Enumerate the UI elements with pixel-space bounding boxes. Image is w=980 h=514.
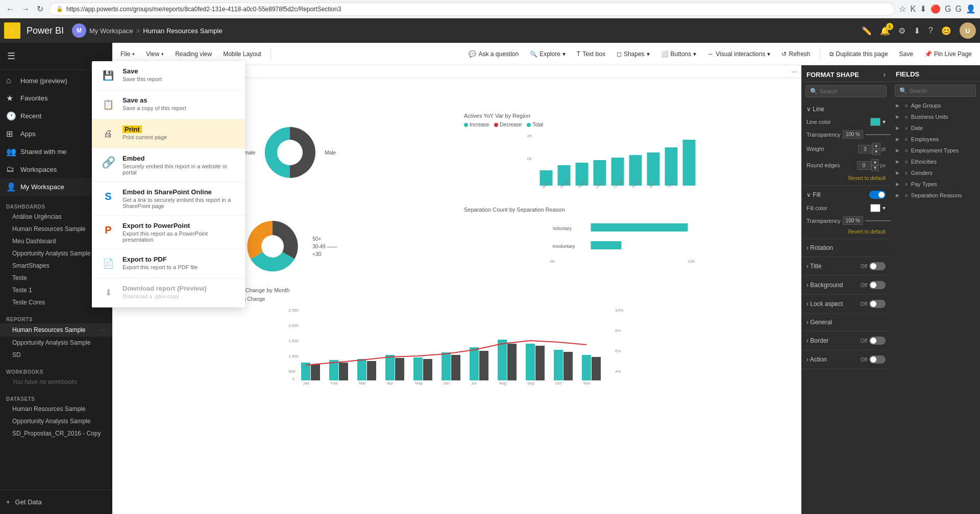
edit-icon[interactable]: ✏️ [862,26,872,36]
report-human-resources[interactable]: Human Resources Sample ··· [0,323,112,337]
fill-transparency-control[interactable]: 100 % [843,216,891,225]
fields-item-date[interactable]: ▶ ≡ Date [891,122,980,134]
notification-icon[interactable]: 🔔 1 [880,26,890,36]
format-search-input[interactable] [820,88,882,94]
ext2-icon[interactable]: G [945,5,951,14]
sidebar-menu-button[interactable]: ☰ [2,47,20,65]
download-icon[interactable]: ⬇ [914,26,920,36]
file-menu-saveas[interactable]: 📋 Save as Save a copy of this report [92,90,245,119]
buttons-button[interactable]: ⬜ Buttons ▾ [657,48,701,60]
ext3-icon[interactable]: G [955,5,962,14]
file-menu-save[interactable]: 💾 Save Save this report [92,61,245,90]
weight-input[interactable] [858,145,872,153]
format-border-header[interactable]: › Border Off [801,333,891,348]
weight-down[interactable]: ▼ [872,149,880,155]
dataset-human-resources[interactable]: Human Resources Sample [0,403,112,415]
line-color-swatch[interactable] [870,118,880,126]
explore-button[interactable]: 🔍 Explore ▾ [526,48,570,60]
file-menu-export-pdf[interactable]: 📄 Export to PDF Export this report to a … [92,249,245,278]
format-action-header[interactable]: › Action Off [801,352,891,367]
user-avatar[interactable]: U [960,22,976,39]
k-icon[interactable]: K [910,5,916,14]
file-menu-embed-sp[interactable]: S Embed in SharePoint Online Get a link … [92,182,245,216]
refresh-button[interactable]: ↺ Refresh [777,48,814,60]
round-up[interactable]: ▲ [871,159,879,165]
ext4-icon[interactable]: 👤 [966,4,976,14]
fill-color-arrow[interactable]: ▾ [883,204,886,212]
fields-search[interactable]: 🔍 [895,85,976,97]
reload-button[interactable]: ↻ [35,3,45,15]
view-button[interactable]: View ▾ [142,48,168,60]
format-panel-arrow[interactable]: › [883,70,886,79]
canvas-dots-button[interactable]: ··· [791,67,797,75]
fields-search-input[interactable] [909,88,971,94]
fields-item-employees[interactable]: ▶ ≡ Employees [891,134,980,145]
workspace-label[interactable]: My Workspace [89,27,133,35]
ask-question-button[interactable]: 💬 Ask a question [464,48,523,60]
file-menu-export-ppt[interactable]: P Export to PowerPoint Export this repor… [92,216,245,249]
border-toggle[interactable] [869,337,886,345]
pin-live-button[interactable]: 📌 Pin Live Page [920,48,976,60]
transparency-slider[interactable] [865,134,891,135]
format-search[interactable]: 🔍 [805,85,887,97]
format-bg-header[interactable]: › Background Off [801,278,891,292]
fill-color-swatch[interactable] [870,204,880,212]
round-down[interactable]: ▼ [871,165,879,171]
fill-revert[interactable]: Revert to default [801,227,891,237]
reading-view-button[interactable]: Reading view [171,48,216,60]
weight-arrows[interactable]: ▲ ▼ [872,143,880,155]
round-edges-arrows[interactable]: ▲ ▼ [871,159,879,171]
format-lock-header[interactable]: › Lock aspect Off [801,297,891,311]
fill-toggle[interactable] [869,191,886,199]
lock-toggle[interactable] [869,300,886,308]
line-revert[interactable]: Revert to default [801,173,891,183]
save-button[interactable]: Save [895,48,917,60]
bookmark-icon[interactable]: ☆ [899,4,906,14]
duplicate-button[interactable]: ⧉ Duplicate this page [825,48,892,60]
fields-item-ethnicities[interactable]: ▶ ≡ Ethnicities [891,156,980,167]
settings-icon[interactable]: ⚙ [898,26,905,36]
fields-item-age-groups[interactable]: ▶ ≡ Age Groups [891,100,980,111]
color-dropdown-arrow[interactable]: ▾ [883,118,886,125]
weight-up[interactable]: ▲ [872,143,880,149]
file-menu-print[interactable]: 🖨 Print Print current page [92,119,245,148]
shapes-button[interactable]: ◻ Shapes ▾ [612,48,654,60]
fields-item-genders[interactable]: ▶ ≡ Genders [891,167,980,178]
report-dots[interactable]: ··· [100,326,106,334]
fill-color-control[interactable]: ▾ [870,204,886,212]
back-button[interactable]: ← [4,4,16,15]
format-general-header[interactable]: › General [801,316,891,329]
fields-item-business-units[interactable]: ▶ ≡ Business Units [891,111,980,122]
visual-interactions-button[interactable]: ↔ Visual interactions ▾ [703,48,774,60]
fields-item-separation-reasons[interactable]: ▶ ≡ Separation Reasons [891,190,980,201]
fields-item-pay-types[interactable]: ▶ ≡ Pay Types [891,178,980,190]
dataset-opportunity[interactable]: Opportunity Analysis Sample [0,415,112,427]
format-line-header[interactable]: ∨ Line [801,102,891,116]
file-button[interactable]: File ▾ [116,48,139,60]
download-icon[interactable]: ⬇ [920,4,926,14]
get-data-button[interactable]: + Get Data [0,494,112,510]
format-fill-header[interactable]: ∨ Fill [801,188,891,202]
bg-toggle[interactable] [869,281,886,289]
weight-spinner[interactable]: ▲ ▼ pt [858,143,886,155]
transparency-control[interactable]: 100 % [843,130,891,139]
mobile-layout-button[interactable]: Mobile Layout [219,48,265,60]
forward-button[interactable]: → [19,4,32,15]
browser-actions[interactable]: ☆ K ⬇ 🔴 G G 👤 [899,4,976,14]
file-menu-embed[interactable]: 🔗 Embed Securely embed this report in a … [92,148,245,182]
ext1-icon[interactable]: 🔴 [930,4,941,14]
dataset-sd[interactable]: SD_Propostas_CR_2016 - Copy [0,427,112,440]
fields-item-employment-types[interactable]: ▶ ≡ Employment Types [891,145,980,156]
round-edges-spinner[interactable]: ▲ ▼ px [857,159,886,171]
report-sd[interactable]: SD [0,349,112,361]
text-box-button[interactable]: T Text box [573,48,609,60]
report-opportunity[interactable]: Opportunity Analysis Sample [0,337,112,349]
format-title-header[interactable]: › Title Off [801,259,891,273]
title-toggle[interactable] [869,262,886,270]
url-bar[interactable]: 🔒 https://app.powerbi.com/groups/me/repo… [50,3,895,16]
line-color-control[interactable]: ▾ [870,118,886,126]
help-icon[interactable]: ? [928,26,933,35]
action-toggle[interactable] [869,355,886,364]
feedback-icon[interactable]: 😊 [941,26,951,36]
browser-nav[interactable]: ← → ↻ [4,3,45,15]
